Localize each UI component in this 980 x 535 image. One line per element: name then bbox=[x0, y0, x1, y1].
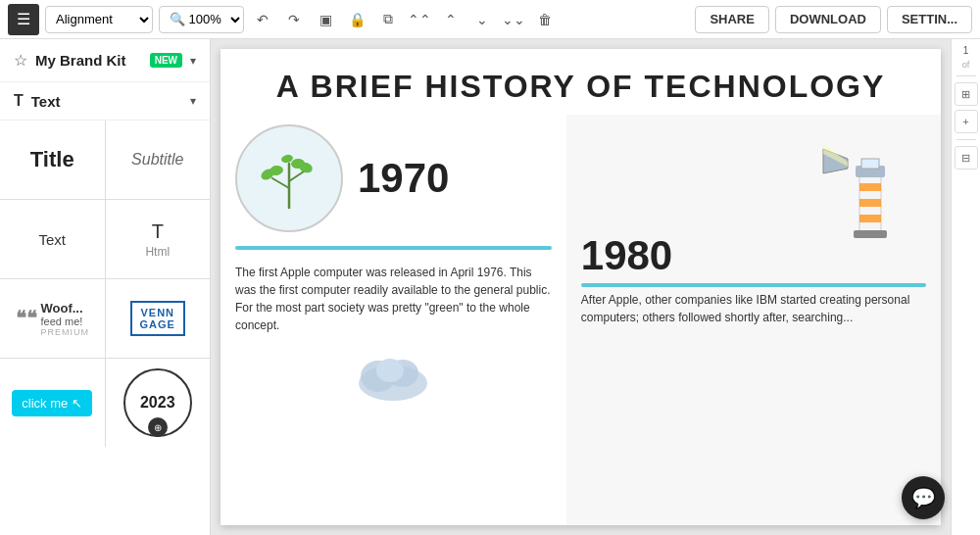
text-option-label: Text bbox=[38, 231, 66, 248]
woof-logo: ❝❝ Woof... feed me! PREMIUM bbox=[16, 301, 90, 337]
cloud-area bbox=[235, 349, 552, 403]
svg-rect-16 bbox=[859, 215, 881, 222]
copy-button[interactable]: ⧉ bbox=[375, 7, 401, 32]
year-1970-section: 1970 bbox=[235, 124, 552, 232]
title-option[interactable]: Title bbox=[0, 121, 105, 199]
lock-button[interactable]: 🔒 bbox=[344, 7, 369, 32]
chat-bubble[interactable]: 💬 bbox=[902, 476, 945, 519]
layers-button[interactable]: ⊞ bbox=[955, 82, 978, 106]
woof-text-line3: PREMIUM bbox=[41, 327, 90, 337]
text-option[interactable]: Text bbox=[0, 200, 105, 278]
plant-circle bbox=[235, 124, 343, 232]
infographic-left-column: 1970 The first Apple computer was releas… bbox=[220, 115, 566, 525]
logo-options-grid: ❝❝ Woof... feed me! PREMIUM VENN GAGE bbox=[0, 279, 210, 447]
year-1980-divider bbox=[581, 283, 926, 287]
title-option-label: Title bbox=[30, 147, 74, 172]
lock-icon: 🔒 bbox=[349, 12, 366, 27]
menu-icon: ☰ bbox=[17, 10, 30, 28]
svg-rect-18 bbox=[861, 159, 879, 169]
svg-point-11 bbox=[376, 359, 404, 382]
plus-icon: + bbox=[962, 116, 968, 127]
year-1970-text: The first Apple computer was released in… bbox=[235, 264, 552, 334]
subtitle-option[interactable]: Subtitle bbox=[106, 121, 211, 199]
download-button[interactable]: DOWNLOAD bbox=[775, 6, 881, 33]
right-panel: 1 of ⊞ + ⊟ bbox=[951, 39, 980, 535]
main-layout: ☆ My Brand Kit NEW ▾ T Text ▾ Title Subt… bbox=[0, 39, 980, 535]
click-me-option[interactable]: click me ↖ bbox=[0, 359, 105, 447]
subtitle-option-label: Subtitle bbox=[131, 151, 183, 169]
canvas-page[interactable]: A BRIEF HISTORY OF TECHNOLOGY bbox=[220, 49, 941, 525]
toolbar: ☰ Alignment 🔍 100% ↶ ↷ ▣ 🔒 ⧉ ⌃⌃ ⌃ ⌄ ⌄⌄ 🗑… bbox=[0, 0, 980, 39]
lighthouse-svg bbox=[818, 124, 916, 242]
zoom-select[interactable]: 🔍 100% bbox=[159, 6, 244, 33]
woof-logo-option[interactable]: ❝❝ Woof... feed me! PREMIUM bbox=[0, 279, 105, 358]
badge-2023-option[interactable]: 2023 ⊕ bbox=[106, 359, 211, 447]
star-icon: ☆ bbox=[14, 51, 27, 70]
layers-icon: ⊞ bbox=[961, 88, 970, 101]
woof-text-line1: Woof... bbox=[41, 301, 90, 316]
panel-divider-1 bbox=[956, 75, 976, 76]
move-back-icon: ⌄ bbox=[476, 12, 488, 27]
year-1970-label: 1970 bbox=[358, 155, 449, 202]
badge-2023: 2023 ⊕ bbox=[123, 368, 192, 437]
html-T-icon: T bbox=[152, 220, 164, 243]
sidebar-text-section[interactable]: T Text ▾ bbox=[0, 82, 210, 121]
infographic-right-column: 1980 After Apple, other companies like I… bbox=[566, 115, 941, 525]
chevron-down-icon-text: ▾ bbox=[190, 94, 196, 108]
plant-svg bbox=[255, 144, 323, 213]
send-back-icon: ⌄⌄ bbox=[502, 12, 525, 27]
woof-text-line2: feed me! bbox=[41, 316, 90, 327]
menu-button[interactable]: ☰ bbox=[8, 4, 39, 35]
frame-button[interactable]: ▣ bbox=[313, 7, 338, 32]
sidebar-brand-kit[interactable]: ☆ My Brand Kit NEW ▾ bbox=[0, 39, 210, 82]
venngage-logo-option[interactable]: VENN GAGE bbox=[106, 279, 211, 358]
brand-kit-label: My Brand Kit bbox=[35, 52, 142, 69]
share-button[interactable]: SHARE bbox=[695, 6, 769, 33]
grid-view-button[interactable]: ⊟ bbox=[955, 146, 978, 170]
brand-kit-badge: NEW bbox=[150, 53, 182, 68]
alignment-select[interactable]: Alignment bbox=[45, 6, 153, 33]
undo-icon: ↶ bbox=[257, 12, 269, 27]
cursor-icon: ↖ bbox=[72, 396, 82, 411]
redo-button[interactable]: ↷ bbox=[281, 7, 307, 32]
chevron-down-icon: ▾ bbox=[190, 54, 196, 68]
bring-forward-icon: ⌃⌃ bbox=[408, 12, 431, 27]
sidebar: ☆ My Brand Kit NEW ▾ T Text ▾ Title Subt… bbox=[0, 39, 211, 535]
of-label: of bbox=[962, 60, 970, 70]
delete-icon: 🗑 bbox=[538, 12, 552, 27]
quote-icon: ❝❝ bbox=[16, 307, 37, 330]
venn-line1: VENN bbox=[140, 307, 175, 318]
frame-icon: ▣ bbox=[319, 12, 332, 27]
cloud-svg bbox=[349, 349, 437, 403]
text-label: Text bbox=[31, 93, 182, 110]
click-me-button[interactable]: click me ↖ bbox=[12, 390, 92, 416]
svg-line-2 bbox=[289, 171, 304, 181]
html-option-label: Html bbox=[145, 245, 170, 259]
year-1980-container: 1980 After Apple, other companies like I… bbox=[581, 232, 926, 326]
add-page-button[interactable]: + bbox=[955, 110, 978, 133]
svg-rect-15 bbox=[859, 199, 881, 207]
badge-year-text: 2023 bbox=[140, 394, 175, 412]
panel-divider-2 bbox=[956, 139, 976, 140]
copy-icon: ⧉ bbox=[383, 11, 393, 27]
svg-rect-14 bbox=[859, 183, 881, 191]
grid-icon: ⊟ bbox=[961, 152, 970, 165]
infographic-body: 1970 The first Apple computer was releas… bbox=[220, 115, 941, 525]
badge-icon: ⊕ bbox=[148, 417, 168, 437]
move-forward-button[interactable]: ⌃ bbox=[438, 7, 464, 32]
undo-button[interactable]: ↶ bbox=[250, 7, 275, 32]
year-1980-label: 1980 bbox=[581, 232, 672, 278]
canvas-area: A BRIEF HISTORY OF TECHNOLOGY bbox=[211, 39, 980, 535]
move-forward-icon: ⌃ bbox=[445, 12, 457, 27]
click-me-label: click me bbox=[22, 396, 68, 411]
infographic-title: A BRIEF HISTORY OF TECHNOLOGY bbox=[220, 49, 941, 115]
delete-button[interactable]: 🗑 bbox=[532, 7, 558, 32]
move-back-button[interactable]: ⌄ bbox=[469, 7, 495, 32]
send-back-button[interactable]: ⌄⌄ bbox=[501, 7, 526, 32]
html-option[interactable]: T Html bbox=[106, 200, 211, 278]
venn-line2: GAGE bbox=[140, 318, 175, 330]
bring-forward-button[interactable]: ⌃⌃ bbox=[407, 7, 432, 32]
lighthouse-area bbox=[581, 124, 926, 242]
settings-button[interactable]: SETTIN... bbox=[887, 6, 972, 33]
canvas-content: A BRIEF HISTORY OF TECHNOLOGY bbox=[211, 39, 951, 535]
